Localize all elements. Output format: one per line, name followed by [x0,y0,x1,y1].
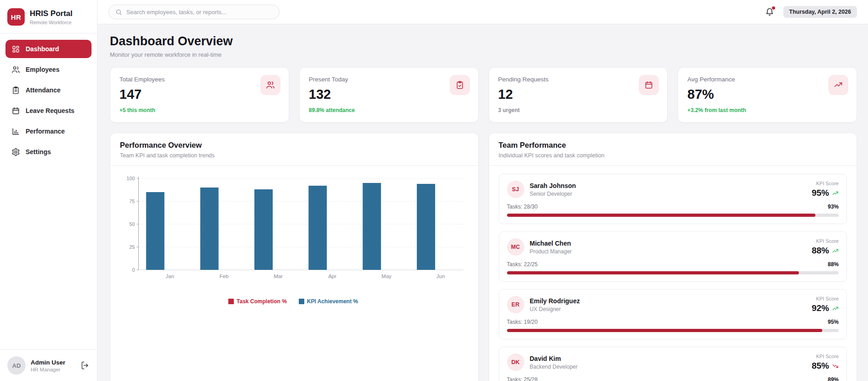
team-subtitle: Individual KPI scores and task completio… [499,152,847,159]
avatar: ER [507,296,524,313]
stat-note: +3.2% from last month [687,107,847,113]
tasks-count: Tasks: 22/25 [507,261,538,268]
stat-note: 89.8% attendance [309,107,469,113]
brand-subtitle: Remote Workforce [30,20,73,25]
sidebar-item-label: Settings [26,148,51,156]
logout-icon [81,361,90,370]
kpi-score-label: KPI Score [812,181,839,186]
member-card-sarah-johnson[interactable]: SJ Sarah Johnson Senior Developer KPI Sc… [499,174,847,224]
avatar: MC [507,238,524,256]
kpi-score-label: KPI Score [812,354,839,359]
member-role: Backend Developer [530,364,578,370]
stat-label: Avg Performance [687,76,847,83]
users-icon [11,65,20,74]
sidebar-item-performance[interactable]: Performance [5,122,92,140]
sidebar-item-leave-requests[interactable]: Leave Requests [5,102,92,120]
member-name: Sarah Johnson [530,182,576,189]
svg-text:Feb: Feb [220,274,229,279]
sidebar-item-employees[interactable]: Employees [5,60,92,79]
user-role: HR Manager [31,367,75,372]
task-progress-bar [507,271,839,274]
calendar-icon [644,80,653,90]
sidebar-nav: Dashboard Employees Attendance Leave Req… [0,33,97,349]
page-title: Dashboard Overview [110,34,857,48]
tasks-count: Tasks: 25/28 [507,376,538,381]
stat-value: 12 [498,87,658,102]
sidebar-item-label: Performance [26,128,65,135]
member-role: Senior Developer [530,191,576,197]
sidebar-item-label: Leave Requests [26,107,75,114]
trend-up-icon [832,305,839,312]
kpi-score-value: 92% [812,303,829,313]
notifications-button[interactable] [765,7,774,16]
legend-kpi-achievement[interactable]: KPI Achievement % [299,298,358,305]
svg-text:0: 0 [132,267,135,273]
member-role: UX Designer [530,306,580,312]
kpi-score-label: KPI Score [812,296,839,301]
legend-swatch [228,299,234,304]
notification-badge [772,6,775,10]
dashboard-grid-icon [11,45,20,54]
stat-card-total-employees[interactable]: Total Employees 147 +5 this month [110,67,289,123]
stat-card-avg-performance[interactable]: Avg Performance 87% +3.2% from last mont… [678,67,857,123]
svg-text:75: 75 [129,199,135,204]
search-box[interactable] [108,5,280,19]
member-name: Michael Chen [530,240,572,247]
chart-legend: Task Completion % KPI Achievement % [115,298,472,305]
legend-label: KPI Achievement % [307,298,358,305]
trend-up-icon [832,190,839,197]
search-input[interactable] [126,9,273,16]
svg-text:100: 100 [126,176,135,181]
sidebar-item-dashboard[interactable]: Dashboard [5,40,92,58]
team-performance-card: Team Performance Individual KPI scores a… [489,133,857,381]
task-progress-fill [507,329,822,332]
task-progress-fill [507,271,799,274]
main-area: Thursday, April 2, 2026 Dashboard Overvi… [97,0,868,381]
trend-up-icon [832,247,839,254]
stat-card-present-today[interactable]: Present Today 132 89.8% attendance [299,67,479,123]
stat-label: Pending Requests [498,76,658,83]
stat-cards: Total Employees 147 +5 this month Presen… [110,67,857,123]
stat-value: 132 [309,87,469,102]
stat-icon-box [828,75,848,95]
tasks-percent: 95% [828,319,839,325]
trending-up-icon [834,80,843,90]
svg-text:50: 50 [129,221,135,227]
sidebar-item-settings[interactable]: Settings [5,143,92,161]
bar-chart-icon [11,127,20,136]
svg-text:Jan: Jan [166,274,174,279]
member-card-emily-rodriguez[interactable]: ER Emily Rodriguez UX Designer KPI Score… [499,289,847,339]
member-name: Emily Rodriguez [530,297,580,305]
trend-down-icon [832,363,839,370]
team-member-list: SJ Sarah Johnson Senior Developer KPI Sc… [489,166,857,381]
legend-label: Task Completion % [237,298,287,305]
stat-label: Present Today [309,76,469,83]
sidebar-item-attendance[interactable]: Attendance [5,81,92,99]
chart-subtitle: Team KPI and task completion trends [120,152,469,159]
legend-task-completion[interactable]: Task Completion % [228,298,287,305]
user-name: Admin User [31,359,75,366]
clipboard-check-icon [455,80,464,90]
svg-text:Mar: Mar [274,274,283,279]
calendar-icon [11,107,20,115]
date-chip: Thursday, April 2, 2026 [783,6,857,18]
logout-button[interactable] [81,361,90,370]
stat-card-pending-requests[interactable]: Pending Requests 12 3 urgent [489,67,668,123]
page-subtitle: Monitor your remote workforce in real-ti… [110,51,857,58]
kpi-score-value: 95% [812,188,829,198]
task-progress-bar [507,329,839,332]
bar-chart: 0255075100JanFebMarAprMayJun Task Comple… [110,166,478,309]
member-name: David Kim [530,355,578,362]
brand-logo: HR [7,8,25,26]
bar-chart-plot: 0255075100JanFebMarAprMayJun [115,173,472,293]
kpi-score-value: 88% [812,246,829,256]
sidebar-item-label: Employees [26,66,59,73]
task-progress-bar [507,214,839,217]
svg-text:May: May [382,274,392,279]
task-progress-fill [507,214,816,217]
sidebar-user: AD Admin User HR Manager [0,349,97,381]
kpi-score-value: 85% [812,361,829,371]
member-card-michael-chen[interactable]: MC Michael Chen Product Manager KPI Scor… [499,231,847,282]
member-card-david-kim[interactable]: DK David Kim Backend Developer KPI Score… [499,347,847,381]
stat-note: +5 this month [119,107,280,113]
